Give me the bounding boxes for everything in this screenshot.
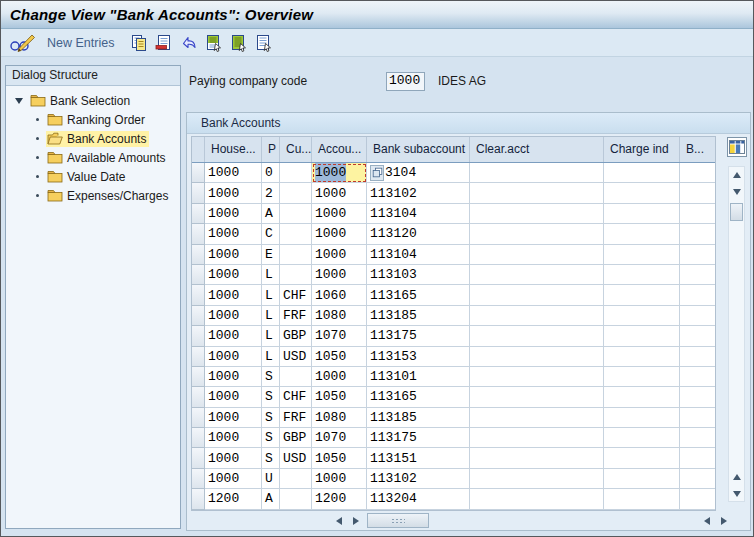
cell-b[interactable]: [680, 428, 715, 448]
cell-charge[interactable]: [604, 387, 680, 407]
cell-account[interactable]: 1060: [312, 285, 367, 305]
cell-charge[interactable]: [604, 408, 680, 428]
cell-subaccount[interactable]: 113175: [367, 428, 470, 448]
cell-charge[interactable]: [604, 265, 680, 285]
cell-clear[interactable]: [470, 448, 604, 468]
cell-b[interactable]: [680, 489, 715, 509]
deselect-all-button[interactable]: [253, 33, 275, 53]
row-select-button[interactable]: [192, 347, 205, 367]
cell-clear[interactable]: [470, 326, 604, 346]
cell-pm[interactable]: L: [262, 347, 280, 367]
cell-cur[interactable]: USD: [280, 448, 312, 468]
cell-subaccount[interactable]: 113102: [367, 183, 470, 203]
scroll-left-button[interactable]: [331, 513, 346, 528]
col-header-p[interactable]: P: [262, 137, 280, 162]
cell-charge[interactable]: [604, 448, 680, 468]
row-select-button[interactable]: [192, 367, 205, 387]
cell-account[interactable]: 1000: [312, 265, 367, 285]
cell-account[interactable]: 1050: [312, 387, 367, 407]
cell-charge[interactable]: [604, 285, 680, 305]
cell-clear[interactable]: [470, 387, 604, 407]
cell-pm[interactable]: A: [262, 489, 280, 509]
possible-entries-icon[interactable]: [370, 165, 384, 181]
cell-subaccount[interactable]: 113204: [367, 489, 470, 509]
cell-b[interactable]: [680, 387, 715, 407]
cell-house[interactable]: 1000: [205, 265, 262, 285]
horizontal-scroll-thumb[interactable]: [367, 513, 429, 528]
cell-charge[interactable]: [604, 428, 680, 448]
table-settings-button[interactable]: [727, 137, 747, 157]
cell-house[interactable]: 1000: [205, 428, 262, 448]
tree-item-value-date[interactable]: Value Date: [6, 167, 180, 186]
delete-button[interactable]: [153, 33, 175, 53]
cell-house[interactable]: 1000: [205, 285, 262, 305]
cell-charge[interactable]: [604, 489, 680, 509]
tree-item-ranking-order[interactable]: Ranking Order: [6, 110, 180, 129]
copy-button[interactable]: [128, 33, 150, 53]
cell-account[interactable]: 1000: [312, 469, 367, 489]
cell-b[interactable]: [680, 347, 715, 367]
page-up-button[interactable]: [729, 469, 744, 484]
cell-house[interactable]: 1000: [205, 245, 262, 265]
cell-account[interactable]: 1070: [312, 326, 367, 346]
cell-clear[interactable]: [470, 245, 604, 265]
row-select-button[interactable]: [192, 265, 205, 285]
cell-cur[interactable]: [280, 183, 312, 203]
row-select-button[interactable]: [192, 204, 205, 224]
cell-b[interactable]: [680, 469, 715, 489]
cell-cur[interactable]: [280, 469, 312, 489]
cell-subaccount[interactable]: 113101: [367, 367, 470, 387]
tree-item-expenses-charges[interactable]: Expenses/Charges: [6, 186, 180, 205]
cell-charge[interactable]: [604, 326, 680, 346]
cell-cur[interactable]: USD: [280, 347, 312, 367]
cell-clear[interactable]: [470, 204, 604, 224]
scroll-up-button[interactable]: [729, 167, 744, 182]
cell-pm[interactable]: S: [262, 408, 280, 428]
cell-b[interactable]: [680, 448, 715, 468]
col-header-b[interactable]: B...: [680, 137, 715, 162]
cell-cur[interactable]: GBP: [280, 326, 312, 346]
cell-cur[interactable]: [280, 163, 312, 183]
tree-item-bank-selection[interactable]: Bank Selection: [6, 91, 180, 110]
cell-account[interactable]: 1200: [312, 489, 367, 509]
cell-subaccount[interactable]: 113185: [367, 408, 470, 428]
cell-charge[interactable]: [604, 347, 680, 367]
cell-pm[interactable]: S: [262, 367, 280, 387]
cell-account[interactable]: 1000: [312, 183, 367, 203]
select-all-button[interactable]: [203, 33, 225, 53]
row-select-button[interactable]: [192, 163, 205, 183]
cell-house[interactable]: 1000: [205, 204, 262, 224]
cell-b[interactable]: [680, 285, 715, 305]
expander-icon[interactable]: [15, 98, 23, 104]
cell-clear[interactable]: [470, 408, 604, 428]
outer-scroll-left-button[interactable]: [699, 513, 714, 528]
cell-b[interactable]: [680, 224, 715, 244]
cell-house[interactable]: 1000: [205, 387, 262, 407]
cell-clear[interactable]: [470, 265, 604, 285]
cell-charge[interactable]: [604, 163, 680, 183]
cell-pm[interactable]: L: [262, 285, 280, 305]
row-select-button[interactable]: [192, 408, 205, 428]
cell-account[interactable]: 1050: [312, 448, 367, 468]
cell-charge[interactable]: [604, 224, 680, 244]
cell-pm[interactable]: S: [262, 448, 280, 468]
cell-cur[interactable]: FRF: [280, 408, 312, 428]
page-down-button[interactable]: [729, 486, 744, 501]
cell-subaccount[interactable]: 113175: [367, 326, 470, 346]
cell-pm[interactable]: E: [262, 245, 280, 265]
cell-cur[interactable]: FRF: [280, 306, 312, 326]
row-select-button[interactable]: [192, 469, 205, 489]
cell-subaccount[interactable]: 113151: [367, 448, 470, 468]
cell-subaccount[interactable]: 113104: [367, 204, 470, 224]
cell-account[interactable]: 1000: [312, 224, 367, 244]
row-select-button[interactable]: [192, 306, 205, 326]
col-header-bank-subaccount[interactable]: Bank subaccount: [367, 137, 470, 162]
col-header-cu[interactable]: Cu...: [280, 137, 312, 162]
cell-subaccount[interactable]: 113165: [367, 285, 470, 305]
change-display-toggle-button[interactable]: [9, 34, 35, 52]
cell-b[interactable]: [680, 326, 715, 346]
cell-pm[interactable]: 0: [262, 163, 280, 183]
cell-charge[interactable]: [604, 469, 680, 489]
cell-account[interactable]: 1070: [312, 428, 367, 448]
cell-clear[interactable]: [470, 428, 604, 448]
